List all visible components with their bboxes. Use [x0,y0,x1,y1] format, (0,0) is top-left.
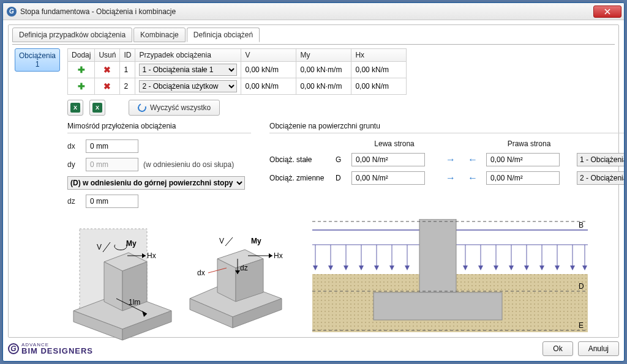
svg-rect-55 [419,219,456,292]
footing-3d-diagram: V My Hx 1lm [67,219,288,341]
svg-text:E: E [579,321,584,330]
d-case-select[interactable]: 2 - Obciążenia użytkow [577,171,625,185]
row-v[interactable]: 0,00 kN/m [241,78,296,95]
col-my: My [296,49,351,62]
d-right-input[interactable] [486,171,560,185]
row-my[interactable]: 0,00 kN·m/m [296,78,351,95]
add-row-icon[interactable]: ✚ [68,78,95,95]
sidebar-item-loads1[interactable]: Obciążenia 1 [15,48,60,72]
brand: G ADVANCE BIM DESIGNERS [8,342,93,355]
col-add: Dodaj [68,49,95,62]
delete-row-icon[interactable]: ✖ [95,62,120,78]
right-side-label: Prawa strona [486,139,572,148]
table-toolbar: X X Wyczyść wszystko [67,100,625,116]
svg-marker-43 [463,266,468,270]
row-case-select[interactable]: 1 - Obciążenia stałe 1 [139,64,237,76]
table-row: ✚ ✖ 1 1 - Obciążenia stałe 1 0,00 kN/m 0… [68,62,407,78]
g-symbol: G [336,155,347,164]
row-g-label: Obciąż. stałe [269,155,331,164]
row-v[interactable]: 0,00 kN/m [241,62,296,78]
surface-load-grid: Lewa strona Prawa strona Obciąż. stałe G… [269,139,625,185]
ok-button[interactable]: Ok [543,341,573,356]
clear-all-button[interactable]: Wyczyść wszystko [129,100,220,116]
row-id: 2 [120,78,135,95]
svg-text:My: My [251,237,261,245]
dy-label: dy [67,160,81,169]
tab-combinations[interactable]: Kombinacje [133,28,186,42]
svg-marker-51 [582,266,587,270]
add-row-icon[interactable]: ✚ [68,62,95,78]
col-hx: Hx [351,49,407,62]
svg-text:1lm: 1lm [129,298,140,306]
surface-load-section: Obciążenie na powierzchni gruntu Lewa st… [269,122,625,213]
svg-rect-56 [374,292,502,320]
row-hx[interactable]: 0,00 kN/m [351,62,407,78]
tab-load-definition[interactable]: Definicja obciążeń [187,28,260,42]
row-case-select[interactable]: 2 - Obciążenia użytkow [139,80,237,92]
arrow-right-icon[interactable]: → [442,154,459,165]
arrow-right-icon[interactable]: → [442,173,459,184]
col-case: Przypadek obciążenia [135,49,241,62]
svg-marker-40 [374,266,379,270]
svg-marker-46 [509,266,514,270]
row-id: 1 [120,62,135,78]
arrow-left-icon[interactable]: ← [464,154,481,165]
table-row: ✚ ✖ 2 2 - Obciążenia użytkow 0,00 kN/m 0… [68,78,407,95]
svg-text:B: B [579,221,584,229]
diagram-row: V My Hx 1lm [67,219,625,341]
svg-text:D: D [579,282,584,291]
tab-panel: Obciążenia 1 Dodaj Usuń ID Przypadek obc… [12,44,615,344]
arrow-left-icon[interactable]: ← [464,173,481,184]
col-id: ID [120,49,135,62]
delete-row-icon[interactable]: ✖ [95,78,120,95]
svg-text:Hx: Hx [274,251,283,260]
window-title: Stopa fundamentowa - Obciążenia i kombin… [20,7,593,16]
close-button[interactable] [593,6,621,18]
row-my[interactable]: 0,00 kN·m/m [296,62,351,78]
section-diagram: B D E [306,219,594,341]
left-side-label: Lewa strona [351,139,437,148]
excel-import-button[interactable]: X [67,100,83,116]
eccentricity-section: Mimośród przyłożenia obciążenia dx dy (w… [67,122,251,213]
svg-text:Hx: Hx [147,251,156,260]
svg-marker-38 [344,266,348,270]
dx-label: dx [67,142,81,150]
brand-logo-icon: G [8,343,19,354]
dz-input[interactable] [86,195,138,208]
excel-icon: X [92,103,102,113]
svg-marker-26 [269,253,272,258]
reference-select[interactable]: (D) w odniesieniu do górnej powierzchni … [67,176,245,190]
tab-strip: Definicja przypadków obciążenia Kombinac… [12,28,615,42]
svg-marker-50 [570,266,575,270]
svg-text:V: V [219,237,224,245]
svg-marker-44 [478,266,483,270]
refresh-icon [137,102,148,114]
svg-marker-45 [494,266,498,270]
g-case-select[interactable]: 1 - Obciążenia stałe 1 [577,153,625,166]
row-hx[interactable]: 0,00 kN/m [351,78,407,95]
svg-text:dx: dx [197,269,205,277]
g-right-input[interactable] [486,153,560,166]
main-area: Dodaj Usuń ID Przypadek obciążenia V My … [67,48,625,341]
footer-buttons: Ok Anuluj [543,341,619,356]
tab-load-cases[interactable]: Definicja przypadków obciążenia [12,28,132,42]
divider [67,133,251,133]
excel-export-button[interactable]: X [89,100,105,116]
svg-marker-47 [524,266,529,270]
cancel-button[interactable]: Anuluj [578,341,619,356]
brand-text: BIM DESIGNERS [21,346,93,355]
window: G Stopa fundamentowa - Obciążenia i komb… [2,2,625,362]
left-column: Obciążenia 1 [15,48,60,341]
excel-icon: X [70,103,80,113]
clear-all-label: Wyczyść wszystko [150,103,211,112]
svg-text:My: My [126,239,137,248]
dx-input[interactable] [86,139,138,153]
d-left-input[interactable] [351,171,425,185]
svg-marker-42 [405,266,410,270]
table-header-row: Dodaj Usuń ID Przypadek obciążenia V My … [68,49,407,62]
g-left-input[interactable] [351,153,425,166]
dy-hint: (w odniesieniu do osi słupa) [143,160,234,169]
row-d-label: Obciąż. zmienne [269,174,331,182]
footer: G ADVANCE BIM DESIGNERS Ok Anuluj [8,340,619,357]
svg-text:dz: dz [240,264,248,272]
